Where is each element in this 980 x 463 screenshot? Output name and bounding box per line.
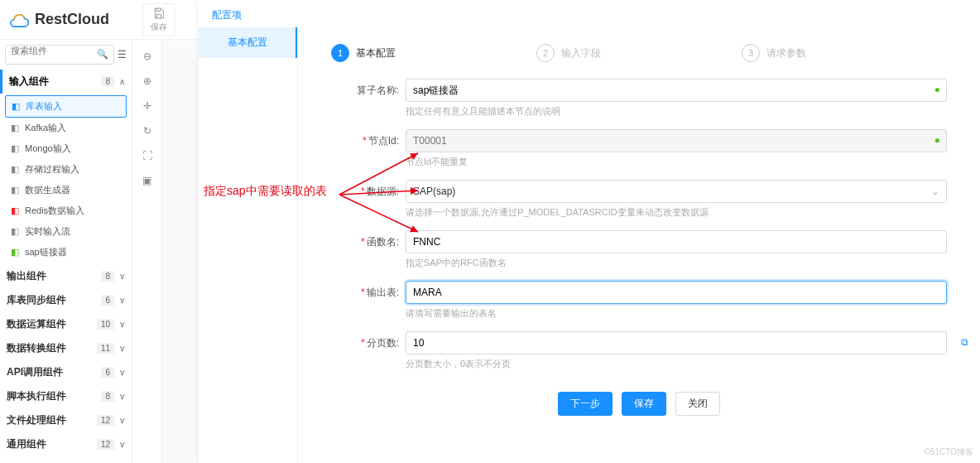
label-datasource: *数据源: — [331, 180, 406, 199]
input-operator[interactable] — [406, 79, 947, 102]
wizard-step[interactable]: 2输入字段 — [536, 44, 742, 62]
sidebar-group-header[interactable]: 脚本执行组件8∨ — [0, 384, 132, 408]
zoom-out-icon[interactable]: ⊖ — [139, 48, 156, 65]
modal-side-tab[interactable]: 基本配置 — [199, 27, 297, 58]
sidebar-item[interactable]: ◧Redis数据输入 — [5, 200, 127, 221]
sidebar-item[interactable]: ◧实时输入流 — [5, 221, 127, 242]
input-pagesize[interactable] — [406, 331, 947, 354]
locate-icon[interactable]: ✛ — [139, 98, 156, 114]
wizard-step[interactable]: 3请求参数 — [742, 44, 947, 62]
close-button[interactable]: 关闭 — [675, 392, 720, 416]
sidebar-item[interactable]: ◧Kafka输入 — [5, 118, 127, 138]
expand-icon[interactable]: ⧉ — [961, 336, 968, 348]
sidebar-item[interactable]: ◧存储过程输入 — [5, 159, 127, 180]
label-funcname: *函数名: — [331, 230, 406, 249]
fullscreen-icon[interactable]: ⛶ — [139, 147, 156, 164]
sidebar-group-header[interactable]: 数据转换组件11∨ — [0, 336, 132, 360]
chevron-down-icon: ⌄ — [931, 186, 939, 197]
list-toggle-icon[interactable]: ☰ — [118, 49, 127, 60]
watermark: ©51CTO博客 — [925, 446, 973, 458]
sidebar-group-header[interactable]: 通用组件12∨ — [0, 432, 132, 456]
save-button[interactable]: 保存 — [622, 392, 666, 416]
config-modal: 配置项 基本配置 1基本配置2输入字段3请求参数 算子名称: ● 指定任何有意义… — [199, 0, 980, 463]
label-outtable: *输出表: — [331, 281, 406, 300]
modal-title: 配置项 — [199, 0, 980, 27]
frame-icon[interactable]: ▣ — [139, 172, 156, 189]
save-button[interactable]: 保存 — [142, 3, 175, 36]
sidebar-item[interactable]: ◧sap链接器 — [5, 242, 127, 263]
zoom-in-icon[interactable]: ⊕ — [139, 73, 156, 89]
input-outtable[interactable] — [406, 281, 947, 304]
sidebar-item[interactable]: ◧Mongo输入 — [5, 138, 127, 159]
save-icon — [152, 7, 166, 20]
select-datasource[interactable]: SAP(sap)⌄ — [406, 180, 947, 203]
brand-text: RestCloud — [35, 11, 109, 28]
sidebar-group-header[interactable]: 库表同步组件6∨ — [0, 288, 132, 312]
sidebar-group-header[interactable]: API调用组件6∨ — [0, 360, 132, 384]
refresh-icon[interactable]: ↻ — [139, 123, 156, 139]
sidebar-group-header[interactable]: 数据运算组件10∨ — [0, 312, 132, 336]
next-button[interactable]: 下一步 — [558, 392, 612, 416]
input-nodeid — [406, 129, 947, 152]
cloud-icon — [8, 9, 30, 31]
label-nodeid: *节点Id: — [331, 129, 406, 148]
sidebar-item[interactable]: ◧库表输入 — [5, 95, 127, 118]
label-operator: 算子名称: — [331, 79, 406, 98]
input-funcname[interactable] — [406, 230, 947, 253]
label-pagesize: *分页数: — [331, 331, 406, 350]
check-icon: ● — [934, 134, 940, 146]
search-input[interactable]: 🔍 — [5, 45, 114, 65]
check-icon: ● — [934, 84, 940, 95]
search-icon: 🔍 — [97, 49, 108, 60]
canvas-toolbar: ⊖ ⊕ ✛ ↻ ⛶ ▣ — [132, 40, 162, 463]
wizard-step[interactable]: 1基本配置 — [331, 44, 536, 62]
sidebar-group-header[interactable]: 文件处理组件12∨ — [0, 408, 132, 432]
sidebar-group-header[interactable]: 输出组件8∨ — [0, 264, 132, 288]
brand-logo: RestCloud — [8, 9, 109, 31]
sidebar: 🔍 ☰ 输入组件8∧◧库表输入◧Kafka输入◧Mongo输入◧存储过程输入◧数… — [0, 40, 132, 463]
sidebar-group-header[interactable]: 输入组件8∧ — [0, 70, 132, 94]
sidebar-item[interactable]: ◧数据生成器 — [5, 180, 127, 200]
